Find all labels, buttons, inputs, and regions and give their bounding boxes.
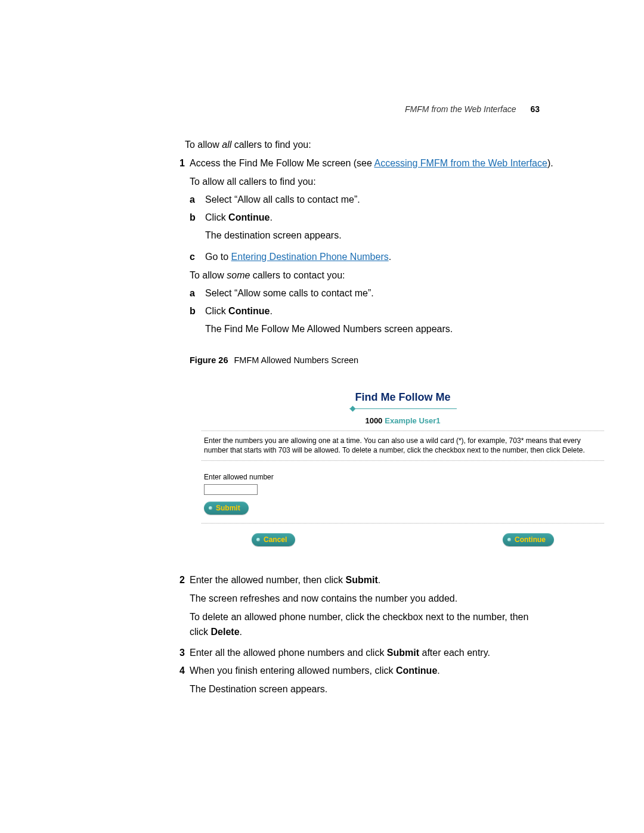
reintro-some: To allow some callers to contact you:	[190, 268, 604, 283]
step-3: 3 Enter all the allowed phone numbers an…	[185, 646, 543, 661]
step-number: 1	[168, 156, 190, 171]
substep-a-some: a Select “Allow some calls to contact me…	[190, 286, 604, 301]
running-header: FMFM from the Web Interface 63	[405, 104, 540, 114]
step-number: 3	[168, 646, 190, 661]
substep-b-all: b Click Continue. The destination screen…	[190, 210, 604, 247]
fmfm-allowed-numbers-screen: Find Me Follow Me 1000Example User1 Ente…	[202, 389, 604, 552]
divider	[202, 523, 604, 524]
step-number: 2	[168, 573, 190, 588]
figure-caption: Figure 26FMFM Allowed Numbers Screen	[190, 354, 604, 367]
allowed-number-label: Enter allowed number	[202, 472, 604, 483]
substep-c-all: c Go to Entering Destination Phone Numbe…	[190, 250, 604, 265]
cancel-button[interactable]: Cancel	[252, 533, 295, 546]
bullet-icon	[209, 506, 212, 510]
divider	[202, 431, 604, 431]
page-number: 63	[530, 104, 540, 114]
divider	[202, 460, 604, 461]
step-number: 4	[168, 664, 190, 679]
continue-button[interactable]: Continue	[503, 533, 554, 546]
substep-b-some: b Click Continue. The Find Me Follow Me …	[190, 304, 604, 340]
link-accessing-fmfm[interactable]: Accessing FMFM from the Web Interface	[374, 158, 547, 168]
bullet-icon	[507, 538, 511, 541]
step-1: 1 Access the Find Me Follow Me screen (s…	[185, 156, 543, 570]
ui-instructions: Enter the numbers you are allowing one a…	[202, 436, 604, 455]
step-2: 2 Enter the allowed number, then click S…	[185, 573, 543, 643]
reintro-all: To allow all callers to find you:	[190, 175, 604, 190]
substep-a-all: a Select “Allow all calls to contact me”…	[190, 193, 604, 208]
ui-title: Find Me Follow Me	[349, 389, 457, 409]
submit-button[interactable]: Submit	[204, 501, 249, 515]
step-4: 4 When you finish entering allowed numbe…	[185, 664, 543, 701]
link-entering-destination[interactable]: Entering Destination Phone Numbers	[231, 252, 389, 262]
section-title: FMFM from the Web Interface	[405, 104, 516, 114]
allowed-number-input[interactable]	[204, 484, 258, 495]
intro-line: To allow all callers to find you:	[185, 138, 543, 153]
ui-subtitle: 1000Example User1	[202, 415, 604, 427]
bullet-icon	[256, 538, 260, 541]
